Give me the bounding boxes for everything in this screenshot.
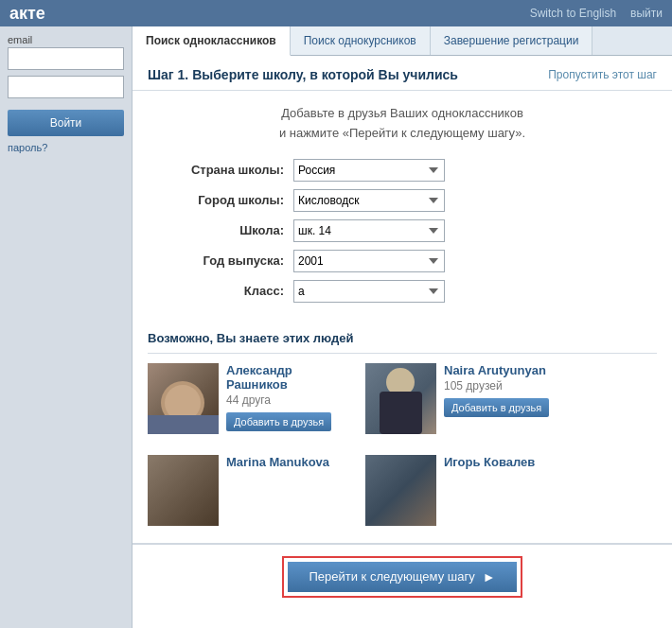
add-friend-button[interactable]: Добавить в друзья (226, 412, 331, 431)
tabs: Поиск одноклассников Поиск однокурсников… (133, 26, 672, 56)
arrow-icon: ► (483, 569, 496, 584)
person-info: Игорь Ковалев (444, 455, 574, 471)
avatar (148, 455, 219, 526)
logout-link[interactable]: выйти (630, 7, 663, 20)
school-label: Школа: (170, 223, 293, 237)
class-row: Класс: а (170, 280, 634, 303)
step-header: Шаг 1. Выберите школу, в которой Вы учил… (133, 56, 672, 91)
person-info: Александр Рашников 44 друга Добавить в д… (226, 363, 356, 431)
skip-step-link[interactable]: Пропустить этот шаг (548, 68, 657, 81)
people-grid: Александр Рашников 44 друга Добавить в д… (148, 363, 657, 537)
person-name-link[interactable]: Игорь Ковалев (444, 455, 574, 469)
password-field-wrapper (8, 76, 124, 98)
country-select[interactable]: Россия (293, 159, 445, 182)
person-name-link[interactable]: Marina Manukova (226, 455, 356, 469)
step-title: Шаг 1. Выберите школу, в которой Вы учил… (148, 67, 458, 82)
tab-classmates[interactable]: Поиск одноклассников (133, 26, 291, 56)
hint-line2: и нажмите «Перейти к следующему шагу». (133, 124, 672, 144)
person-name-link[interactable]: Александр Рашников (226, 363, 356, 392)
tab-register[interactable]: Завершение регистрации (431, 26, 593, 55)
year-label: Год выпуска: (170, 253, 293, 268)
year-row: Год выпуска: 2001 (170, 250, 634, 272)
list-item: Александр Рашников 44 друга Добавить в д… (148, 363, 356, 434)
email-label: email (8, 34, 124, 45)
person-info: Naira Arutyunyan 105 друзей Добавить в д… (444, 363, 574, 417)
forgot-password-link[interactable]: пароль? (8, 142, 124, 153)
add-friend-button[interactable]: Добавить в друзья (444, 398, 549, 417)
school-row: Школа: шк. 14 (170, 219, 634, 242)
list-item: Marina Manukova (148, 455, 356, 526)
password-input[interactable] (8, 76, 124, 98)
next-button-wrapper: Перейти к следующему шагу ► (282, 556, 522, 598)
hint-line1: Добавьте в друзья Ваших одноклассников (133, 104, 672, 124)
switch-language-link[interactable]: Switch to English (530, 7, 616, 20)
login-button[interactable]: Войти (8, 110, 124, 136)
next-button-label: Перейти к следующему шагу (309, 569, 474, 584)
next-step-button[interactable]: Перейти к следующему шагу ► (288, 562, 516, 592)
header-right: Switch to English выйти (530, 7, 663, 20)
avatar (365, 363, 436, 434)
list-item: Naira Arutyunyan 105 друзей Добавить в д… (365, 363, 574, 434)
list-item: Игорь Ковалев (365, 455, 574, 526)
person-name-link[interactable]: Naira Arutyunyan (444, 363, 574, 377)
class-select[interactable]: а (293, 280, 445, 303)
class-label: Класс: (170, 284, 293, 298)
person-friends-count: 105 друзей (444, 379, 574, 392)
logo: акте (9, 4, 45, 24)
bottom-bar: Перейти к следующему шагу ► (133, 543, 672, 609)
sidebar: email Войти пароль? (0, 26, 133, 628)
email-field-wrapper: email (8, 34, 124, 70)
tab-uni[interactable]: Поиск однокурсников (291, 26, 431, 55)
country-label: Страна школы: (170, 163, 293, 177)
city-row: Город школы: Кисловодск (170, 189, 634, 212)
header: акте Switch to English выйти (0, 0, 672, 26)
avatar (365, 455, 436, 526)
city-select[interactable]: Кисловодск (293, 189, 445, 212)
people-section: Возможно, Вы знаете этих людей Александр… (133, 322, 672, 537)
school-select[interactable]: шк. 14 (293, 219, 445, 242)
avatar (148, 363, 219, 434)
email-input[interactable] (8, 47, 124, 70)
hint-text: Добавьте в друзья Ваших одноклассников и… (133, 91, 672, 153)
content: Поиск одноклассников Поиск однокурсников… (133, 26, 672, 628)
year-select[interactable]: 2001 (293, 250, 445, 272)
city-label: Город школы: (170, 193, 293, 207)
school-form: Страна школы: Россия Город школы: Кислов… (133, 153, 672, 322)
person-friends-count: 44 друга (226, 393, 356, 407)
main-layout: email Войти пароль? Поиск одноклассников… (0, 26, 672, 628)
people-header: Возможно, Вы знаете этих людей (148, 322, 657, 354)
country-row: Страна школы: Россия (170, 159, 634, 182)
person-info: Marina Manukova (226, 455, 356, 471)
